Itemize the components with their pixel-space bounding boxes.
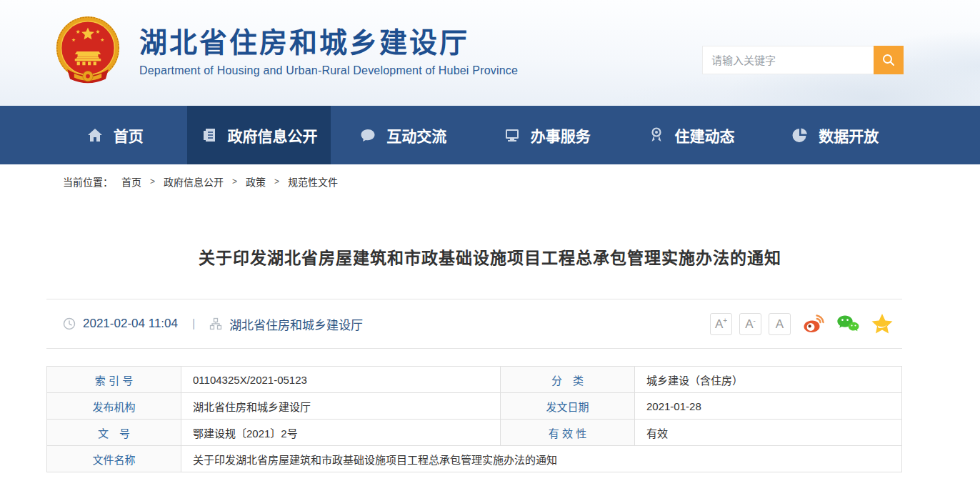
breadcrumb-separator: > — [274, 177, 279, 187]
pie-chart-icon — [791, 127, 809, 144]
document-info-table: 索 引 号 01104325X/2021-05123 分 类 城乡建设（含住房）… — [46, 366, 902, 472]
clock-icon — [63, 317, 76, 330]
svg-text:★: ★ — [76, 29, 81, 35]
nav-item-news[interactable]: 住建动态 — [619, 106, 764, 164]
font-increase-button[interactable]: A+ — [710, 313, 732, 335]
main-navigation: 首页 政府信息公开 互动交流 办事服务 — [0, 106, 980, 164]
site-title: 湖北省住房和城乡建设厅 — [139, 27, 518, 59]
category-label: 分 类 — [501, 367, 635, 393]
wechat-share-icon[interactable] — [836, 312, 859, 335]
search-icon — [881, 53, 896, 67]
site-brand: ★ ★ ★ ★ 湖北省住房和城乡建设厅 Department of Housin… — [54, 14, 518, 90]
font-increase-sup: + — [723, 317, 727, 324]
nav-item-services[interactable]: 办事服务 — [475, 106, 619, 164]
search-box — [702, 46, 904, 74]
article-title: 关于印发湖北省房屋建筑和市政基础设施项目工程总承包管理实施办法的通知 — [0, 244, 980, 269]
svg-text:★: ★ — [100, 37, 104, 42]
breadcrumb-normative-docs[interactable]: 规范性文件 — [288, 174, 338, 189]
breadcrumb-prefix: 当前位置： — [63, 174, 113, 189]
table-row: 文 号 鄂建设规〔2021〕2号 有 效 性 有效 — [47, 420, 902, 446]
validity-value: 有效 — [635, 420, 902, 446]
breadcrumb-separator: > — [150, 177, 155, 187]
meta-separator: | — [192, 317, 195, 330]
issue-date-value: 2021-01-28 — [635, 393, 902, 420]
document-icon — [201, 127, 218, 144]
publish-time: 2021-02-04 11:04 — [83, 317, 178, 331]
issuing-agency-value: 湖北省住房和城乡建设厅 — [181, 393, 501, 420]
table-row: 索 引 号 01104325X/2021-05123 分 类 城乡建设（含住房） — [47, 367, 902, 393]
breadcrumb-home[interactable]: 首页 — [121, 174, 141, 189]
search-button[interactable] — [874, 46, 904, 74]
article-toolbar: A+ A- A — [710, 312, 894, 335]
issuing-agency-label: 发布机构 — [47, 393, 181, 420]
nav-item-label: 互动交流 — [386, 124, 446, 146]
breadcrumb-separator: > — [232, 177, 237, 187]
issue-date-label: 发文日期 — [501, 393, 635, 420]
validity-label: 有 效 性 — [501, 420, 635, 446]
search-input[interactable] — [702, 46, 874, 74]
font-decrease-label: A — [745, 317, 753, 331]
site-subtitle: Department of Housing and Urban-Rural De… — [139, 64, 518, 77]
svg-text:★: ★ — [71, 37, 76, 42]
site-title-block: 湖北省住房和城乡建设厅 Department of Housing and Ur… — [139, 27, 518, 78]
svg-text:★: ★ — [96, 29, 101, 35]
badge-icon — [648, 127, 665, 144]
nav-item-label: 首页 — [114, 124, 144, 146]
article-source: 湖北省住房和城乡建设厅 — [229, 315, 363, 333]
national-emblem-logo: ★ ★ ★ ★ — [54, 14, 122, 90]
nav-item-open-data[interactable]: 数据开放 — [763, 106, 907, 164]
doc-number-label: 文 号 — [47, 420, 181, 446]
nav-item-interaction[interactable]: 互动交流 — [331, 106, 475, 164]
breadcrumb: 当前位置： 首页 > 政府信息公开 > 政策 > 规范性文件 — [63, 174, 980, 189]
index-number-label: 索 引 号 — [47, 367, 181, 393]
index-number-value: 01104325X/2021-05123 — [181, 367, 501, 393]
home-icon — [86, 127, 104, 144]
doc-title-label: 文件名称 — [47, 446, 181, 472]
monitor-icon — [504, 127, 521, 144]
weibo-share-icon[interactable] — [802, 312, 825, 335]
font-decrease-button[interactable]: A- — [739, 313, 761, 335]
breadcrumb-policy[interactable]: 政策 — [246, 174, 266, 189]
table-row: 文件名称 关于印发湖北省房屋建筑和市政基础设施项目工程总承包管理实施办法的通知 — [47, 446, 902, 472]
nav-item-home[interactable]: 首页 — [43, 106, 187, 164]
nav-item-gov-info[interactable]: 政府信息公开 — [187, 106, 331, 164]
article-meta-info: 2021-02-04 11:04 | 湖北省住房和城乡建设厅 — [63, 315, 363, 333]
doc-number-value: 鄂建设规〔2021〕2号 — [181, 420, 501, 446]
category-value: 城乡建设（含住房） — [635, 367, 902, 393]
article-meta-bar: 2021-02-04 11:04 | 湖北省住房和城乡建设厅 A+ A- A — [46, 299, 902, 349]
qzone-share-icon[interactable] — [871, 312, 894, 335]
font-decrease-sup: - — [754, 317, 756, 324]
chat-bubble-icon — [359, 127, 376, 144]
font-increase-label: A — [715, 317, 723, 331]
site-header: ★ ★ ★ ★ 湖北省住房和城乡建设厅 Department of Housin… — [0, 0, 980, 106]
nav-item-label: 政府信息公开 — [228, 124, 318, 146]
table-row: 发布机构 湖北省住房和城乡建设厅 发文日期 2021-01-28 — [47, 393, 902, 420]
font-reset-label: A — [776, 317, 784, 331]
source-org-icon — [209, 317, 222, 330]
nav-item-label: 住建动态 — [675, 124, 735, 146]
nav-item-label: 办事服务 — [531, 124, 591, 146]
breadcrumb-gov-info[interactable]: 政府信息公开 — [164, 174, 224, 189]
doc-title-value: 关于印发湖北省房屋建筑和市政基础设施项目工程总承包管理实施办法的通知 — [181, 446, 902, 472]
font-reset-button[interactable]: A — [769, 313, 791, 335]
nav-item-label: 数据开放 — [819, 124, 879, 146]
